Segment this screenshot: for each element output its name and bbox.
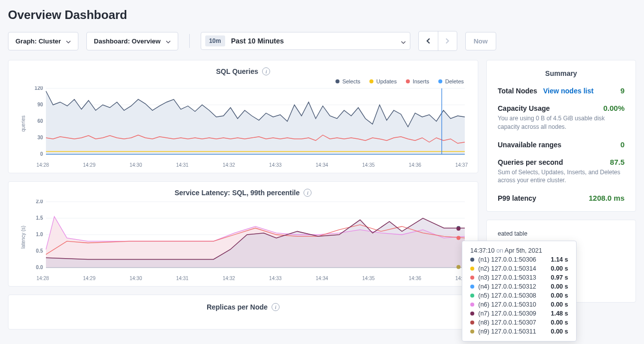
metric-subtext: Sum of Selects, Updates, Inserts, and De…	[498, 168, 625, 185]
tooltip-row: (n2) 127.0.0.1:50314 0.00 s	[470, 265, 568, 272]
chart-title: Replicas per Node	[207, 303, 268, 311]
time-pager	[418, 31, 457, 51]
replicas-per-node-panel: Replicas per Node i	[8, 295, 478, 330]
metric-p99: P99 latency 1208.0 ms	[498, 194, 625, 202]
tooltip-series-value: 0.00 s	[551, 265, 568, 272]
chart-title: SQL Queries	[216, 67, 259, 75]
svg-text:60: 60	[37, 118, 43, 124]
now-button[interactable]: Now	[465, 32, 496, 50]
svg-text:0.5: 0.5	[36, 248, 43, 254]
legend-item[interactable]: Updates	[369, 78, 397, 84]
time-prev-button[interactable]	[419, 31, 438, 50]
chart-tooltip: 14:37:10 on Apr 5th, 2021 (n1) 127.0.0.1…	[462, 241, 577, 342]
metric-value: 0.00%	[603, 104, 625, 112]
tooltip-row: (n3) 127.0.0.1:50313 0.97 s	[470, 274, 568, 281]
chart-area[interactable]: 0306090120	[28, 86, 468, 161]
graph-dropdown[interactable]: Graph: Cluster	[8, 32, 78, 50]
info-icon[interactable]: i	[304, 189, 312, 197]
time-range-picker[interactable]: 10m Past 10 Minutes	[201, 32, 410, 50]
tooltip-series-name: (n7) 127.0.0.1:50309	[478, 310, 547, 317]
time-next-button[interactable]	[438, 31, 457, 50]
metric-value: 87.5	[610, 158, 625, 166]
tooltip-row: (n7) 127.0.0.1:50309 1.48 s	[470, 310, 568, 317]
svg-point-26	[456, 265, 460, 269]
summary-panel: Summary Total Nodes View nodes list 9 Ca…	[486, 60, 636, 212]
service-latency-panel: Service Latency: SQL, 99th percentile i …	[8, 181, 478, 287]
graph-dropdown-label: Graph: Cluster	[15, 37, 61, 45]
svg-text:120: 120	[34, 86, 43, 91]
tooltip-series-name: (n4) 127.0.0.1:50312	[478, 283, 547, 290]
tooltip-series-name: (n2) 127.0.0.1:50314	[478, 265, 547, 272]
view-nodes-link[interactable]: View nodes list	[543, 87, 594, 95]
svg-text:30: 30	[37, 135, 43, 140]
svg-point-25	[456, 236, 460, 240]
x-axis-ticks: 14:2814:2914:3014:3114:3214:3314:3414:35…	[18, 275, 468, 281]
divider	[189, 34, 190, 48]
tooltip-series-name: (n6) 127.0.0.1:50310	[478, 301, 547, 308]
metric-unavailable-ranges: Unavailable ranges 0	[498, 140, 625, 149]
dashboard-dropdown[interactable]: Dashboard: Overview	[86, 32, 178, 50]
metric-total-nodes: Total Nodes View nodes list 9	[498, 86, 625, 95]
series-color-dot	[470, 258, 474, 262]
tooltip-row: (n9) 127.0.0.1:50311 0.00 s	[470, 328, 568, 335]
series-color-dot	[470, 267, 474, 271]
svg-point-24	[456, 227, 460, 231]
svg-text:90: 90	[37, 102, 43, 107]
tooltip-row: (n1) 127.0.0.1:50306 1.14 s	[470, 256, 568, 263]
tooltip-series-value: 0.00 s	[551, 283, 568, 290]
legend-item[interactable]: Selects	[335, 78, 360, 84]
tooltip-series-name: (n1) 127.0.0.1:50306	[478, 256, 547, 263]
tooltip-series-name: (n5) 127.0.0.1:50308	[478, 292, 547, 299]
summary-title: Summary	[498, 69, 625, 77]
time-range-label: Past 10 Minutes	[231, 37, 401, 45]
y-axis-label: latency (s)	[18, 200, 28, 275]
svg-text:1.5: 1.5	[36, 215, 43, 221]
tooltip-series-value: 0.00 s	[551, 301, 568, 308]
metric-value: 1208.0 ms	[589, 194, 625, 202]
chevron-down-icon	[401, 38, 406, 43]
info-icon[interactable]: i	[272, 303, 280, 311]
tooltip-series-name: (n3) 127.0.0.1:50313	[478, 274, 547, 281]
chevron-right-icon	[444, 38, 450, 44]
svg-text:1.0: 1.0	[36, 232, 43, 237]
metric-label: Queries per second	[498, 158, 563, 166]
series-color-dot	[470, 285, 474, 289]
tooltip-date: Apr 5th, 2021	[505, 247, 542, 254]
tooltip-series-value: 0.00 s	[551, 328, 568, 335]
tooltip-row: (n6) 127.0.0.1:50310 0.00 s	[470, 301, 568, 308]
tooltip-series-name: (n9) 127.0.0.1:50311	[478, 328, 547, 335]
metric-capacity: Capacity Usage 0.00% You are using 0 B o…	[498, 104, 625, 131]
tooltip-row: (n5) 127.0.0.1:50308 0.00 s	[470, 292, 568, 299]
metric-value: 0	[621, 140, 625, 149]
tooltip-row: (n4) 127.0.0.1:50312 0.00 s	[470, 283, 568, 290]
series-color-dot	[470, 312, 474, 316]
svg-text:2.0: 2.0	[36, 200, 43, 204]
series-color-dot	[470, 321, 474, 325]
chart-area[interactable]: 0.00.51.01.52.0	[28, 200, 468, 275]
svg-text:0: 0	[40, 151, 43, 157]
chart-legend: SelectsUpdatesInsertsDeletes	[18, 78, 468, 84]
tooltip-series-name: (n8) 127.0.0.1:50307	[478, 319, 547, 326]
tooltip-series-value: 1.14 s	[551, 256, 568, 263]
chevron-left-icon	[425, 38, 431, 44]
chevron-down-icon	[166, 38, 171, 43]
tooltip-on: on	[496, 247, 503, 254]
metric-label: Total Nodes	[498, 87, 537, 95]
x-axis-ticks: 14:2814:2914:3014:3114:3214:3314:3414:35…	[18, 161, 468, 168]
series-color-dot	[470, 276, 474, 280]
tooltip-series-value: 0.00 s	[551, 319, 568, 326]
time-badge: 10m	[205, 35, 225, 46]
metric-subtext: You are using 0 B of 4.5 GiB usable disk…	[498, 114, 625, 131]
controls-row: Graph: Cluster Dashboard: Overview 10m P…	[8, 31, 636, 51]
y-axis-label: queries	[18, 86, 28, 161]
legend-item[interactable]: Inserts	[406, 78, 429, 84]
dashboard-dropdown-label: Dashboard: Overview	[94, 37, 161, 45]
tooltip-row: (n8) 127.0.0.1:50307 0.00 s	[470, 319, 568, 326]
metric-value: 9	[621, 86, 625, 95]
metric-label: P99 latency	[498, 194, 536, 202]
metric-label: Capacity Usage	[498, 104, 550, 112]
info-icon[interactable]: i	[262, 67, 270, 75]
series-color-dot	[470, 294, 474, 298]
metric-qps: Queries per second 87.5 Sum of Selects, …	[498, 158, 625, 185]
legend-item[interactable]: Deletes	[438, 78, 464, 84]
